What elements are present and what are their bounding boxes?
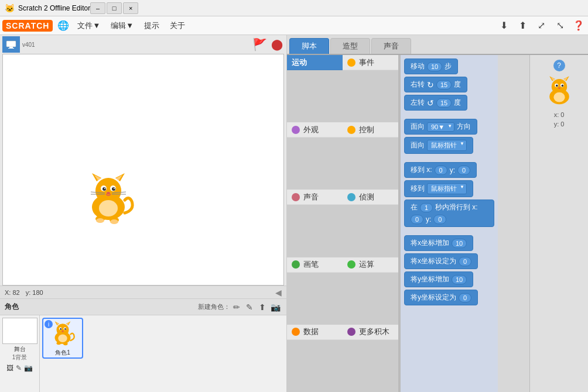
svg-point-13 xyxy=(104,188,105,189)
block-goto-mouse[interactable]: 移到 鼠标指针 xyxy=(404,180,473,197)
tab-sounds[interactable]: 声音 xyxy=(371,38,411,54)
stage-camera-btn[interactable]: 📷 xyxy=(24,364,33,372)
glide-x-input[interactable]: 0 xyxy=(411,215,423,224)
stage-view-button[interactable] xyxy=(2,36,20,53)
download-icon[interactable]: ⬇ xyxy=(497,19,511,33)
tab-costumes[interactable]: 造型 xyxy=(330,38,370,54)
block-turn-left[interactable]: 左转 ↺ 15 度 xyxy=(404,95,467,111)
turn-right-input[interactable]: 15 xyxy=(436,80,452,90)
block-change-x[interactable]: 将x坐标增加 10 xyxy=(404,235,473,251)
upload-sprite-btn[interactable]: ⬆ xyxy=(256,301,269,314)
svg-point-20 xyxy=(99,200,118,216)
sprite-content: 舞台 1背景 🖼 ✎ 📷 i xyxy=(0,315,286,392)
expand-icon[interactable]: ⤢ xyxy=(534,19,548,33)
help-icon[interactable]: ❓ xyxy=(572,19,586,33)
menu-file[interactable]: 文件▼ xyxy=(73,18,105,33)
menu-edit[interactable]: 编辑▼ xyxy=(106,18,138,33)
svg-point-12 xyxy=(112,187,115,191)
menu-about[interactable]: 关于 xyxy=(165,18,190,33)
svg-rect-1 xyxy=(9,47,13,48)
cat-operators-label: 运算 xyxy=(359,259,374,270)
svg-point-14 xyxy=(114,188,115,189)
block-set-y[interactable]: 将y坐标设定为 0 xyxy=(404,290,478,305)
sprite-info-badge[interactable]: i xyxy=(45,320,53,328)
direction-dropdown[interactable]: 90▼ xyxy=(427,122,454,132)
block-face-mouse[interactable]: 面向 鼠标指针 xyxy=(404,137,473,154)
cat-sensing-label: 侦测 xyxy=(359,192,374,202)
goto-target-dropdown[interactable]: 鼠标指针 xyxy=(427,183,467,194)
spacer1 xyxy=(404,113,494,116)
stage-paint-btn[interactable]: 🖼 xyxy=(6,364,13,372)
cat-looks-dot xyxy=(292,126,300,134)
cat-sound-dot xyxy=(292,193,300,201)
goto-x-input[interactable]: 0 xyxy=(435,166,447,175)
svg-point-33 xyxy=(60,328,61,330)
stage-canvas[interactable] xyxy=(2,54,284,286)
cat-more-dot xyxy=(347,328,355,336)
block-goto-xy[interactable]: 移到 x: 0 y: 0 xyxy=(404,162,477,178)
cat-operators-dot xyxy=(347,260,355,269)
blocks-area: 脚本 造型 声音 运动 事件 外观 xyxy=(287,35,588,392)
script-area[interactable] xyxy=(498,55,529,392)
cat-motion-label: 运动 xyxy=(292,57,307,68)
camera-sprite-btn[interactable]: 📷 xyxy=(269,301,282,314)
svg-point-34 xyxy=(64,328,66,330)
maximize-button[interactable]: □ xyxy=(107,2,122,14)
block-move-steps[interactable]: 移动 10 步 xyxy=(404,59,458,74)
cat-sound-label: 声音 xyxy=(303,192,319,202)
turn-left-input[interactable]: 15 xyxy=(436,98,452,108)
cat-events-dot xyxy=(347,59,355,67)
block-help-button[interactable]: ? xyxy=(553,60,565,71)
cat-control[interactable]: 控制 xyxy=(343,122,398,137)
set-x-input[interactable]: 0 xyxy=(459,257,471,266)
coord-arrow[interactable]: ◀ xyxy=(275,288,282,297)
cat-looks[interactable]: 外观 xyxy=(287,122,343,137)
block-face-direction[interactable]: 面向 90▼ 方向 xyxy=(404,119,477,135)
stop-button[interactable]: ⬤ xyxy=(270,37,284,51)
cat-pen[interactable]: 画笔 xyxy=(287,257,343,273)
cat-sound[interactable]: 声音 xyxy=(287,190,343,205)
block-turn-right[interactable]: 右转 ↻ 15 度 xyxy=(404,77,467,92)
preview-area: ? xyxy=(529,55,588,392)
cat-control-dot xyxy=(347,126,355,134)
cat-more-label: 更多积木 xyxy=(359,326,389,337)
goto-y-input[interactable]: 0 xyxy=(457,166,470,175)
coord-x: X: 82 xyxy=(5,289,20,296)
block-change-y[interactable]: 将y坐标增加 10 xyxy=(404,271,473,287)
minimize-button[interactable]: – xyxy=(90,2,105,14)
sprite-panel: 角色 新建角色： ✏ ✎ ⬆ 📷 舞台 1背景 🖼 ✎ 📷 xyxy=(0,298,286,392)
cat-data[interactable]: 数据 xyxy=(287,325,343,340)
cat-events-label: 事件 xyxy=(359,57,374,68)
move-steps-input[interactable]: 10 xyxy=(427,62,442,71)
compress-icon[interactable]: ⤡ xyxy=(553,19,567,33)
change-y-input[interactable]: 10 xyxy=(452,275,467,284)
sprite-item-cat[interactable]: i xyxy=(42,318,83,359)
glide-y-input[interactable]: 0 xyxy=(433,215,446,224)
green-flag-button[interactable]: 🚩 xyxy=(252,37,266,51)
sprite-name: 角色1 xyxy=(55,349,70,357)
globe-icon[interactable]: 🌐 xyxy=(57,20,69,31)
block-glide[interactable]: 在 1 秒内滑行到 x: 0 y: 0 xyxy=(404,200,494,227)
glide-secs-input[interactable]: 1 xyxy=(420,203,433,212)
upload-icon[interactable]: ⬆ xyxy=(515,19,529,33)
svg-point-50 xyxy=(553,92,565,102)
cat-operators[interactable]: 运算 xyxy=(343,257,398,273)
change-x-input[interactable]: 10 xyxy=(452,239,467,248)
menubar: SCRATCH 🌐 文件▼ 编辑▼ 提示 关于 ⬇ ⬆ ⤢ ⤡ ❓ xyxy=(0,16,588,35)
close-button[interactable]: × xyxy=(123,2,138,14)
stage-thumbnail[interactable] xyxy=(2,318,37,344)
tab-scripts[interactable]: 脚本 xyxy=(289,38,329,54)
set-y-input[interactable]: 0 xyxy=(459,293,471,302)
stage-edit-btn[interactable]: ✎ xyxy=(16,364,22,372)
cat-events[interactable]: 事件 xyxy=(343,55,398,70)
sprite-cat[interactable] xyxy=(79,172,138,226)
block-set-x[interactable]: 将x坐标设定为 0 xyxy=(404,253,478,269)
coord-y: y: 180 xyxy=(26,289,43,296)
cat-sensing[interactable]: 侦测 xyxy=(343,190,398,205)
cat-more[interactable]: 更多积木 xyxy=(343,325,398,340)
menu-tips[interactable]: 提示 xyxy=(139,18,164,33)
paint-sprite-btn[interactable]: ✏ xyxy=(230,301,243,314)
edit-sprite-btn[interactable]: ✎ xyxy=(243,301,256,314)
cat-motion[interactable]: 运动 xyxy=(287,55,343,70)
face-target-dropdown[interactable]: 鼠标指针 xyxy=(427,140,467,151)
